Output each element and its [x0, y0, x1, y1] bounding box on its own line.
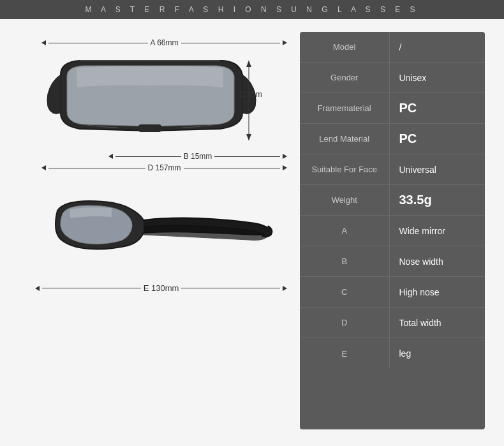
h-line-e2	[181, 288, 280, 288]
dimension-a: A 66mm	[41, 38, 287, 47]
h-line-d	[48, 168, 145, 168]
spec-value-0: /	[390, 37, 485, 57]
h-line-d2	[184, 168, 281, 168]
arrow-left-d-icon	[41, 165, 46, 170]
spec-label-0: Model	[300, 37, 389, 57]
spec-value-5: 33.5g	[390, 188, 485, 212]
spec-value-9: Total width	[390, 313, 485, 333]
left-panel: A 66mm	[19, 32, 287, 429]
spec-label-7: B	[300, 251, 389, 271]
site-title: M A S T E R F A S H I O N S U N G L A S …	[85, 5, 419, 14]
spec-label-1: Gender	[300, 68, 389, 87]
h-line-e	[42, 288, 141, 288]
dim-d-label: D 157mm	[148, 163, 181, 172]
dimension-e: E 130mm	[35, 283, 287, 293]
dim-e-label: E 130mm	[144, 283, 179, 293]
glasses-front-diagram: A 66mm	[19, 38, 287, 172]
arrow-left-e-icon	[35, 286, 40, 291]
spec-row-0: Model/	[300, 32, 485, 63]
arrow-right-d-icon	[283, 165, 287, 170]
h-line	[48, 43, 148, 43]
dim-c-text: C 55mm	[239, 90, 262, 99]
spec-value-7: Nose width	[390, 251, 485, 272]
spec-label-10: E	[300, 344, 389, 364]
glasses-front-svg: C 55mm	[26, 49, 262, 154]
svg-marker-3	[246, 134, 251, 140]
spec-row-10: Eleg	[300, 338, 485, 369]
main-content: A 66mm	[0, 19, 504, 442]
spec-row-9: DTotal width	[300, 308, 485, 338]
svg-rect-0	[138, 124, 161, 132]
dim-a-label: A 66mm	[151, 38, 179, 47]
arrow-right-icon	[283, 40, 287, 45]
spec-row-1: GenderUnisex	[300, 63, 485, 93]
spec-value-8: High nose	[390, 282, 485, 302]
spec-row-7: BNose width	[300, 246, 485, 277]
spec-value-6: Wide mirror	[390, 221, 485, 241]
specs-table: Model/GenderUnisexFramematerialPCLend Ma…	[300, 32, 485, 429]
spec-label-8: C	[300, 282, 389, 302]
spec-value-1: Unisex	[390, 68, 485, 88]
arrow-right-e-icon	[283, 286, 287, 291]
spec-label-2: Framematerial	[300, 98, 389, 118]
spec-row-4: Suitable For FaceUniversal	[300, 154, 485, 185]
spec-value-4: Universal	[390, 160, 485, 180]
spec-row-6: AWide mirror	[300, 216, 485, 246]
dimension-d: D 157mm	[41, 163, 287, 172]
arrow-left-icon	[41, 40, 46, 45]
spec-label-6: A	[300, 221, 389, 241]
spec-row-8: CHigh nose	[300, 277, 485, 308]
glasses-side-diagram: E 130mm	[19, 191, 287, 293]
spec-row-3: Lend MaterialPC	[300, 124, 485, 154]
spec-label-4: Suitable For Face	[300, 160, 389, 179]
spec-row-2: FramematerialPC	[300, 93, 485, 124]
spec-value-2: PC	[390, 96, 485, 121]
spec-row-5: Weight33.5g	[300, 185, 485, 216]
spec-label-5: Weight	[300, 190, 389, 210]
spec-value-3: PC	[390, 126, 485, 151]
glasses-side-svg	[19, 191, 274, 284]
glasses-front-svg-wrapper: C 55mm	[26, 49, 287, 157]
svg-marker-2	[246, 61, 251, 67]
spec-label-9: D	[300, 313, 389, 332]
spec-label-3: Lend Material	[300, 129, 389, 149]
spec-value-10: leg	[390, 343, 485, 364]
site-header: M A S T E R F A S H I O N S U N G L A S …	[0, 0, 504, 19]
h-line-2	[181, 43, 281, 43]
